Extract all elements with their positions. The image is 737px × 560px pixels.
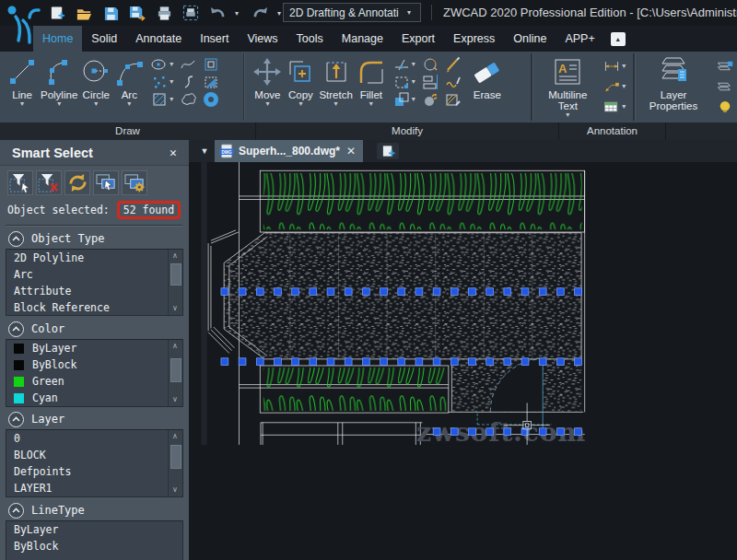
erase-button[interactable]: Erase	[471, 54, 504, 100]
spline-icon[interactable]	[180, 56, 196, 73]
close-tab-icon[interactable]	[346, 145, 356, 158]
tab-views[interactable]: Views	[238, 26, 287, 52]
scroll-up-icon[interactable]	[169, 251, 181, 262]
hatch-caret-icon[interactable]	[170, 96, 173, 103]
drawing-canvas[interactable]: zwsoft.com	[189, 162, 737, 560]
save-as-icon[interactable]	[128, 4, 146, 22]
polyline-button[interactable]: Polyline	[41, 54, 77, 108]
dimension-caret-icon[interactable]	[622, 63, 626, 70]
wipeout-icon[interactable]	[203, 74, 219, 90]
list-item[interactable]: Cyan	[6, 390, 182, 406]
list-item[interactable]: Arc	[6, 266, 182, 283]
list-item[interactable]: ByBlock	[6, 356, 182, 373]
list-item[interactable]: ByBlock	[6, 538, 182, 554]
multiline-text-button[interactable]: A Multiline Text	[541, 54, 594, 119]
break-icon[interactable]	[393, 56, 410, 73]
move-caret-icon[interactable]	[265, 100, 269, 108]
scale-icon[interactable]	[393, 74, 410, 90]
ellipse-icon[interactable]	[151, 56, 168, 73]
save-icon[interactable]	[101, 4, 120, 22]
tab-annotate[interactable]: Annotate	[126, 26, 191, 52]
workspace-dropdown[interactable]: 2D Drafting & Annotati	[283, 3, 421, 22]
print-icon[interactable]	[155, 4, 173, 22]
hatch-icon[interactable]	[151, 91, 168, 108]
undo-dropdown-icon[interactable]	[235, 9, 242, 18]
scrollbar[interactable]	[168, 340, 182, 406]
list-item[interactable]: Green	[6, 373, 182, 390]
donut-icon[interactable]	[203, 91, 219, 108]
light-bulb-icon[interactable]	[717, 99, 733, 115]
offset-caret-icon[interactable]	[412, 96, 415, 103]
spline-fit-icon[interactable]	[180, 74, 196, 90]
undo-icon[interactable]	[208, 4, 227, 22]
close-icon[interactable]	[163, 146, 183, 159]
print-preview-icon[interactable]	[181, 4, 200, 22]
layer-properties-button[interactable]: Layer Properties	[645, 54, 702, 111]
stretch-button[interactable]: Stretch	[319, 54, 352, 108]
layer-state-icon[interactable]	[717, 58, 733, 75]
circle-caret-icon[interactable]	[94, 100, 98, 108]
scrollbar[interactable]	[168, 430, 182, 496]
line-caret-icon[interactable]	[20, 100, 24, 108]
circle-button[interactable]: Circle	[81, 54, 111, 108]
explode-icon[interactable]	[422, 91, 439, 108]
list-item[interactable]: ByLayer	[6, 521, 182, 538]
region-icon[interactable]	[203, 56, 219, 73]
offset-icon[interactable]	[393, 91, 410, 108]
points-caret-icon[interactable]	[170, 78, 173, 86]
scroll-down-icon[interactable]	[169, 303, 181, 314]
scale-caret-icon[interactable]	[412, 78, 415, 86]
list-item[interactable]: Block Reference	[6, 299, 182, 316]
open-folder-icon[interactable]	[75, 4, 93, 22]
break-caret-icon[interactable]	[412, 61, 415, 68]
tab-insert[interactable]: Insert	[191, 26, 238, 52]
dimension-icon[interactable]	[603, 58, 620, 75]
ellipse-caret-icon[interactable]	[170, 61, 173, 68]
edit-polyline-icon[interactable]	[445, 74, 462, 90]
arc-caret-icon[interactable]	[127, 100, 131, 108]
chamfer-icon[interactable]	[445, 56, 462, 73]
copy-caret-icon[interactable]	[298, 100, 302, 108]
collapse-chevron-icon[interactable]	[8, 412, 24, 427]
list-item[interactable]: LAYER1	[6, 480, 182, 496]
tab-app-plus[interactable]: APP+	[556, 26, 603, 52]
refresh-button[interactable]	[64, 170, 90, 195]
fillet-caret-icon[interactable]	[369, 100, 373, 108]
tab-online[interactable]: Online	[504, 26, 556, 52]
revcloud-edit-icon[interactable]	[422, 56, 439, 73]
doc-list-dropdown-icon[interactable]	[196, 144, 213, 158]
fillet-button[interactable]: Fillet	[357, 54, 386, 108]
list-item[interactable]: Defpoints	[6, 463, 182, 480]
tab-tools[interactable]: Tools	[287, 26, 333, 52]
tab-manage[interactable]: Manage	[333, 26, 392, 52]
stretch-caret-icon[interactable]	[334, 100, 338, 108]
list-item[interactable]: ByLayer	[6, 340, 182, 356]
revision-cloud-icon[interactable]	[180, 91, 196, 108]
select-settings-button[interactable]	[122, 170, 147, 195]
collapse-chevron-icon[interactable]	[8, 321, 24, 337]
list-item[interactable]: Attribute	[6, 283, 182, 299]
scroll-up-icon[interactable]	[169, 341, 181, 352]
list-item[interactable]: BLOCK	[6, 447, 182, 463]
redo-icon[interactable]	[251, 4, 269, 22]
line-button[interactable]: Line	[7, 54, 37, 108]
select-filter-button[interactable]	[7, 170, 33, 195]
arc-button[interactable]: Arc	[114, 54, 144, 108]
list-item[interactable]: 2D Polyline	[6, 250, 182, 266]
scroll-up-icon[interactable]	[169, 431, 181, 442]
move-button[interactable]: Move	[252, 54, 282, 108]
leader-icon[interactable]	[603, 78, 620, 95]
collapse-chevron-icon[interactable]	[8, 231, 24, 247]
layer-tools-icon[interactable]	[717, 78, 733, 95]
points-icon[interactable]	[151, 74, 168, 90]
leader-caret-icon[interactable]	[622, 83, 626, 90]
new-file-icon[interactable]	[48, 4, 66, 22]
quick-select-button[interactable]	[93, 170, 119, 195]
collapse-chevron-icon[interactable]	[8, 503, 24, 519]
table-icon[interactable]	[603, 99, 620, 115]
ribbon-collapse-icon[interactable]	[611, 32, 626, 46]
tab-export[interactable]: Export	[392, 26, 444, 52]
hatch-edit-icon[interactable]	[445, 91, 462, 108]
new-document-button[interactable]	[377, 143, 399, 159]
scrollbar[interactable]	[168, 250, 182, 315]
